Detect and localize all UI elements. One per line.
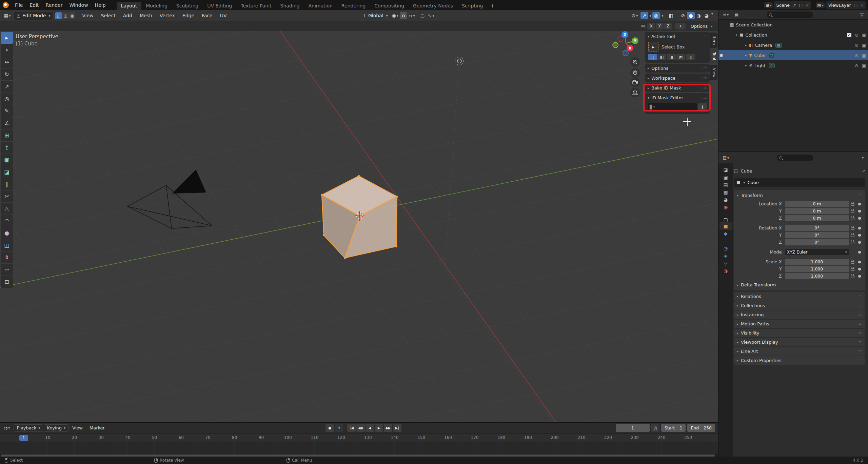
tool-smooth-button[interactable]: ● — [1, 227, 13, 239]
animate-dot-icon[interactable]: ● — [856, 267, 863, 271]
use-preview-range-button[interactable]: ◷ — [651, 424, 659, 432]
tool-scale-button[interactable]: ↗ — [1, 81, 13, 93]
falloff-button[interactable]: ∿▾ — [426, 12, 436, 19]
light-object[interactable] — [455, 57, 463, 65]
scale-x-field[interactable]: 1.000 — [785, 259, 849, 265]
prev-keyframe-button[interactable]: ◀◆ — [356, 424, 365, 432]
tool-rotate-button[interactable]: ↻ — [1, 68, 13, 80]
y-field[interactable]: 0° — [785, 232, 849, 238]
drag-grip-icon[interactable]: ∷∷ — [702, 35, 707, 38]
disable-render-icon[interactable]: ▣ — [862, 33, 866, 38]
timeline-track[interactable] — [0, 442, 718, 454]
jump-to-start-button[interactable]: ∣◀ — [347, 424, 356, 432]
section-viewport-display[interactable]: ▸Viewport Display∷∷ — [734, 338, 865, 346]
frame-end-field[interactable]: End 250 — [687, 424, 715, 432]
show-gizmo-button[interactable]: ↗ — [640, 12, 648, 19]
panel-header-workspace[interactable]: ▸Workspace∷∷ — [648, 75, 707, 81]
active-tool-header[interactable]: ▾ Active Tool ∷∷ — [648, 33, 707, 39]
animate-dot-icon[interactable]: ● — [856, 240, 863, 244]
properties-tab-object[interactable]: ■ — [719, 222, 732, 230]
animate-dot-icon[interactable]: ● — [856, 233, 863, 237]
tool-move-button[interactable]: ↔ — [1, 56, 13, 68]
viewport-menu-uv[interactable]: UV — [217, 12, 230, 19]
gizmo-minus-x[interactable] — [618, 36, 623, 42]
z-field[interactable]: 0° — [785, 239, 849, 245]
frame-start-field[interactable]: Start 1 — [661, 424, 686, 432]
scene-icon[interactable]: ◕▾ — [764, 2, 773, 8]
cube-object[interactable] — [321, 175, 398, 259]
shading-rendered-button[interactable]: ◕ — [703, 12, 710, 19]
animate-dot-icon[interactable]: ● — [856, 226, 863, 230]
object-name-field[interactable]: ■ ▾ Cube — [734, 178, 865, 187]
sidebar-tab-tool[interactable]: Tool — [710, 49, 717, 63]
sidebar-tab-item[interactable]: Item — [710, 33, 717, 48]
tool-transform-button[interactable]: ◎ — [1, 93, 13, 105]
properties-tab-modifiers[interactable]: ◆ — [719, 230, 732, 237]
snap-badge-icon[interactable]: ⌖ — [675, 23, 686, 29]
timeline-menu-view[interactable]: View — [69, 425, 86, 431]
pan-view-button[interactable] — [630, 68, 640, 78]
disable-render-icon[interactable]: ▣ — [862, 63, 866, 68]
expander-icon[interactable]: ▸ — [744, 64, 748, 67]
next-keyframe-button[interactable]: ◆▶ — [384, 424, 392, 432]
id-mask-input[interactable]: ▊▫ — [648, 103, 697, 111]
shading-solid-button[interactable]: ● — [687, 12, 694, 19]
viewport-menu-add[interactable]: Add — [120, 12, 136, 19]
disable-render-icon[interactable]: ▣ — [862, 43, 866, 48]
menu-edit[interactable]: Edit — [26, 1, 42, 9]
snap-with-button[interactable]: ↦▾ — [407, 12, 417, 19]
disable-render-icon[interactable]: ▣ — [862, 53, 866, 58]
properties-search-input[interactable] — [784, 155, 811, 160]
section-relations[interactable]: ▸Relations∷∷ — [734, 292, 865, 301]
animate-dot-icon[interactable]: ● — [856, 274, 863, 278]
current-frame-field[interactable]: 1 — [616, 424, 650, 432]
workspace-tab-scripting[interactable]: Scripting — [457, 2, 487, 10]
current-frame-badge[interactable]: 1 — [19, 435, 28, 441]
workspace-tab-sculpting[interactable]: Sculpting — [172, 2, 203, 10]
shading-dropdown[interactable]: ▾ — [711, 12, 713, 19]
show-overlays-button[interactable]: ◎ — [652, 12, 660, 19]
tool-bevel-button[interactable]: ◪ — [1, 166, 13, 178]
z-field[interactable]: 0 m — [785, 215, 849, 221]
mode-select[interactable]: ◳ Edit Mode ▾ — [14, 12, 53, 20]
copy-viewlayer-icon[interactable]: ▢ — [854, 3, 857, 7]
panel-header-bake-id-mask[interactable]: ▸Bake ID Mask∷∷ — [648, 85, 707, 91]
outliner-row-camera[interactable]: ▸◧Camera▦⊙▣ — [718, 40, 868, 50]
viewport-menu-mesh[interactable]: Mesh — [136, 12, 156, 19]
mode-field[interactable]: XYZ Euler▾ — [785, 249, 849, 255]
tool-select-box-button[interactable]: ▸ — [1, 32, 13, 44]
properties-search[interactable] — [777, 155, 813, 161]
id-mask-editor-header[interactable]: ▾ ID Mask Editor ∷∷ — [648, 95, 707, 101]
shading-material-button[interactable]: ◑ — [695, 12, 703, 19]
camera-object[interactable] — [127, 169, 212, 228]
section-motion-paths[interactable]: ▸Motion Paths∷∷ — [734, 320, 865, 328]
auto-keying-button[interactable]: ● — [326, 424, 334, 432]
workspace-tab-uv-editing[interactable]: UV Editing — [203, 2, 236, 10]
camera-view-button[interactable] — [630, 78, 640, 87]
tool-spin-button[interactable]: ◠ — [1, 215, 13, 227]
navigation-gizmo[interactable]: Z Y X — [613, 31, 638, 56]
tool-rip-region-button[interactable]: ⊟ — [1, 276, 13, 288]
lock-icon[interactable] — [851, 268, 854, 271]
editor-type-button[interactable]: ▤▾ — [721, 154, 731, 161]
hide-eye-icon[interactable]: ⊙ — [855, 63, 859, 68]
editor-type-button[interactable]: ≡▾ — [721, 11, 730, 19]
workspace-tab-shading[interactable]: Shading — [276, 2, 304, 10]
menu-render[interactable]: Render — [42, 1, 66, 9]
properties-tab-physics[interactable]: ◔ — [719, 245, 732, 252]
overlays-dropdown[interactable]: ▾ — [662, 14, 663, 18]
properties-tab-output[interactable]: ▤ — [719, 181, 732, 188]
tool-measure-button[interactable]: ∠ — [1, 117, 13, 129]
lock-icon[interactable] — [851, 218, 854, 220]
zoom-view-button[interactable] — [630, 57, 640, 67]
select-mode-4[interactable]: ◫ — [686, 54, 695, 60]
viewlayer-icon[interactable]: ▤▾ — [816, 2, 825, 8]
proportional-edit-button[interactable]: ◌ — [419, 12, 426, 19]
properties-options-button[interactable]: ▾ — [860, 154, 865, 161]
orientation-select[interactable]: ⟂ Global ▾ — [361, 12, 390, 20]
properties-tab-constraints[interactable]: ◈ — [719, 252, 732, 260]
pin-icon[interactable]: ⊸ — [791, 2, 797, 8]
outliner-search[interactable] — [767, 12, 813, 18]
delta-transform-header[interactable]: ▸ Delta Transform — [737, 281, 863, 288]
filter-icon[interactable]: ▽ — [859, 11, 865, 19]
